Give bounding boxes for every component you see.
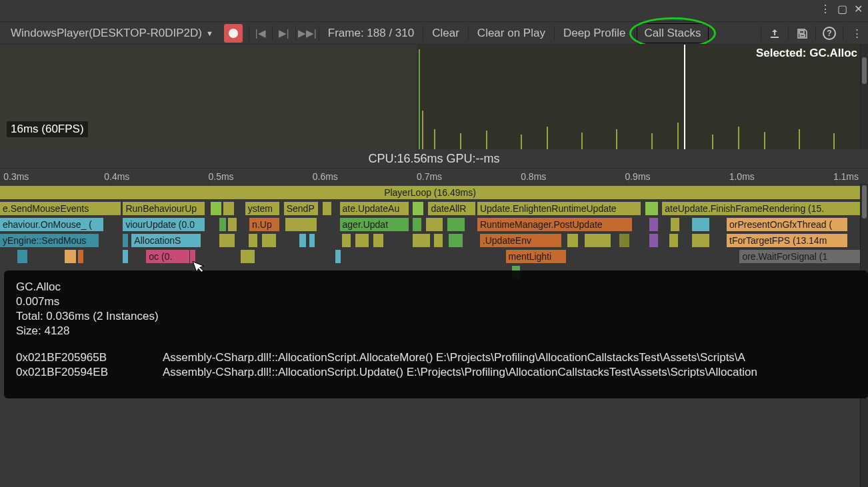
timeline-bar[interactable]: ystem bbox=[245, 202, 280, 215]
timeline-bar[interactable]: viourUpdate (0.0 bbox=[123, 218, 205, 231]
profiler-toolbar: WindowsPlayer(DESKTOP-R0DIP2D) ▼ |◀ ▶| ▶… bbox=[0, 21, 868, 44]
save-icon bbox=[796, 27, 808, 39]
timeline-bar[interactable]: dateAllR bbox=[428, 202, 475, 215]
save-button[interactable] bbox=[791, 24, 813, 43]
timeline-bar[interactable] bbox=[285, 218, 316, 231]
tooltip-total: Total: 0.036ms (2 Instances) bbox=[16, 309, 856, 324]
stack-addr: 0x021BF205965B bbox=[16, 350, 136, 365]
load-button[interactable] bbox=[763, 24, 786, 43]
timeline-bar[interactable] bbox=[223, 202, 233, 215]
tooltip-title: GC.Alloc bbox=[16, 280, 856, 294]
timeline-bar[interactable] bbox=[426, 218, 443, 231]
timeline-bar[interactable] bbox=[692, 218, 709, 231]
timeline-bar[interactable] bbox=[585, 234, 611, 247]
help-icon: ? bbox=[823, 27, 836, 40]
timeline-bar-playerloop[interactable]: PlayerLoop (16.49ms) bbox=[0, 186, 860, 199]
frame-counter: Frame: 188 / 310 bbox=[321, 24, 421, 43]
timeline-bar[interactable]: mentLighti bbox=[506, 250, 566, 263]
timeline-bar[interactable] bbox=[123, 234, 128, 247]
timeline-bar[interactable]: yEngine::SendMous bbox=[0, 234, 99, 247]
timeline-bar[interactable] bbox=[669, 234, 678, 247]
timeline-bar[interactable] bbox=[211, 202, 221, 215]
timeline-bar[interactable] bbox=[649, 218, 658, 231]
timeline-bar[interactable]: tForTargetFPS (13.14m bbox=[727, 234, 847, 247]
call-stacks-button[interactable]: Call Stacks bbox=[637, 23, 708, 43]
target-dropdown[interactable]: WindowsPlayer(DESKTOP-R0DIP2D) ▼ bbox=[4, 24, 220, 43]
timeline-bar[interactable]: n.Up bbox=[249, 218, 279, 231]
timeline-bar[interactable] bbox=[447, 218, 465, 231]
timeline-bar[interactable] bbox=[299, 234, 306, 247]
timeline-bar[interactable]: RunBehaviourUp bbox=[123, 202, 205, 215]
timeline-bar[interactable] bbox=[645, 202, 658, 215]
close-icon[interactable]: ✕ bbox=[854, 3, 863, 15]
target-label: WindowsPlayer(DESKTOP-R0DIP2D) bbox=[11, 27, 202, 40]
timeline-bar[interactable]: RuntimeManager.PostUpdate bbox=[477, 218, 632, 231]
tooltip-size: Size: 4128 bbox=[16, 324, 856, 338]
stack-sym: Assembly-CSharp.dll!::AllocationScript.A… bbox=[163, 350, 745, 365]
help-button[interactable]: ? bbox=[818, 24, 841, 43]
timeline-bar[interactable]: oc (0. bbox=[146, 250, 189, 263]
timeline-bar[interactable] bbox=[323, 202, 331, 215]
stack-addr: 0x021BF20594EB bbox=[16, 365, 136, 380]
timeline-bar[interactable]: SendP bbox=[284, 202, 319, 215]
call-stacks-label: Call Stacks bbox=[644, 27, 701, 39]
overview-chart[interactable] bbox=[0, 44, 868, 149]
timeline-bar[interactable]: ore.WaitForSignal (1 bbox=[739, 250, 860, 263]
timeline-bar[interactable]: Update.EnlightenRuntimeUpdate bbox=[477, 202, 641, 215]
timeline-bar[interactable] bbox=[219, 218, 226, 231]
timeline-bar[interactable] bbox=[65, 250, 76, 263]
timeline-bar[interactable]: AllocationS bbox=[131, 234, 200, 247]
clear-on-play-button[interactable]: Clear on Play bbox=[471, 24, 552, 43]
timeline-bar[interactable] bbox=[228, 218, 237, 231]
timeline-bar[interactable] bbox=[449, 234, 463, 247]
context-menu-button[interactable]: ⋮ bbox=[845, 24, 868, 43]
timeline-bar[interactable]: ager.Updat bbox=[340, 218, 409, 231]
timeline-bar[interactable] bbox=[434, 234, 443, 247]
frame-first-button[interactable]: |◀ bbox=[251, 24, 270, 43]
record-button[interactable] bbox=[224, 24, 243, 43]
timeline-bar[interactable] bbox=[123, 250, 128, 263]
timeline-bar[interactable]: e.SendMouseEvents bbox=[0, 202, 121, 215]
timeline-bar[interactable]: .UpdateEnv bbox=[480, 234, 562, 247]
timeline-bar[interactable] bbox=[342, 234, 351, 247]
frame-cursor[interactable] bbox=[684, 45, 685, 149]
timeline-bar[interactable] bbox=[355, 234, 369, 247]
timeline-bar[interactable] bbox=[78, 250, 83, 263]
kebab-menu-icon[interactable]: ⋮ bbox=[820, 3, 831, 15]
timeline-ruler: 0.3ms 0.4ms 0.5ms 0.6ms 0.7ms 0.8ms 0.9m… bbox=[0, 168, 868, 184]
timeline-bar[interactable]: orPresentOnGfxThread ( bbox=[727, 218, 847, 231]
timeline-bar[interactable]: ateUpdate.FinishFrameRendering (15. bbox=[662, 202, 860, 215]
timeline-bar[interactable] bbox=[567, 234, 577, 247]
timeline-bar[interactable] bbox=[249, 234, 257, 247]
timeline-bar[interactable] bbox=[649, 234, 658, 247]
timeline-bar[interactable] bbox=[335, 250, 341, 263]
tooltip-time: 0.007ms bbox=[16, 294, 856, 309]
timeline-bar[interactable] bbox=[619, 234, 629, 247]
selection-tooltip: GC.Alloc 0.007ms Total: 0.036ms (2 Insta… bbox=[4, 270, 868, 398]
timeline-bar[interactable] bbox=[671, 218, 679, 231]
frame-prev-button[interactable]: ▶| bbox=[275, 24, 293, 43]
stack-sym: Assembly-CSharp.dll!::AllocationScript.U… bbox=[163, 365, 757, 380]
timeline-bar[interactable] bbox=[219, 234, 235, 247]
deep-profile-button[interactable]: Deep Profile bbox=[557, 24, 633, 43]
fps-label: 16ms (60FPS) bbox=[7, 121, 88, 137]
timeline-bar[interactable] bbox=[413, 218, 421, 231]
frame-last-button[interactable]: ▶▶| bbox=[298, 24, 317, 43]
chevron-down-icon: ▼ bbox=[206, 29, 213, 37]
timeline-bar[interactable] bbox=[309, 234, 315, 247]
timeline-bar[interactable] bbox=[692, 234, 709, 247]
record-icon bbox=[229, 29, 238, 38]
timeline-bar[interactable] bbox=[413, 234, 430, 247]
cpu-gpu-summary: CPU:16.56ms GPU:--ms bbox=[0, 149, 868, 168]
timeline-bar[interactable] bbox=[373, 234, 383, 247]
timeline-bar[interactable] bbox=[241, 250, 255, 263]
selected-label: Selected: GC.Alloc bbox=[756, 47, 857, 60]
timeline-bar[interactable]: ate.UpdateAu bbox=[340, 202, 409, 215]
overview-scrollbar[interactable] bbox=[860, 44, 868, 149]
timeline-bar[interactable] bbox=[413, 202, 423, 215]
clear-button[interactable]: Clear bbox=[425, 24, 466, 43]
timeline-bar[interactable] bbox=[262, 234, 276, 247]
maximize-icon[interactable]: ▢ bbox=[837, 3, 847, 15]
timeline-bar[interactable]: ehaviour.OnMouse_ ( bbox=[0, 218, 103, 231]
timeline-bar[interactable] bbox=[17, 250, 27, 263]
